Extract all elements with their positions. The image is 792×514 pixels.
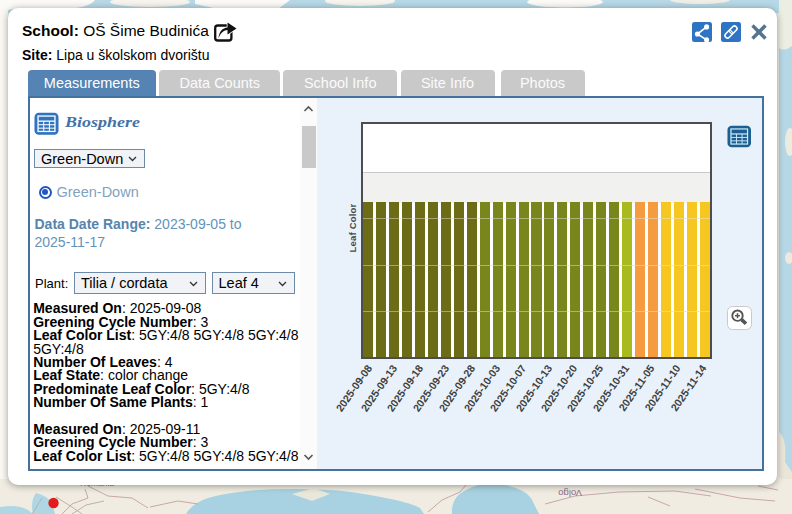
svg-text:Volgo: Volgo [558,488,582,499]
